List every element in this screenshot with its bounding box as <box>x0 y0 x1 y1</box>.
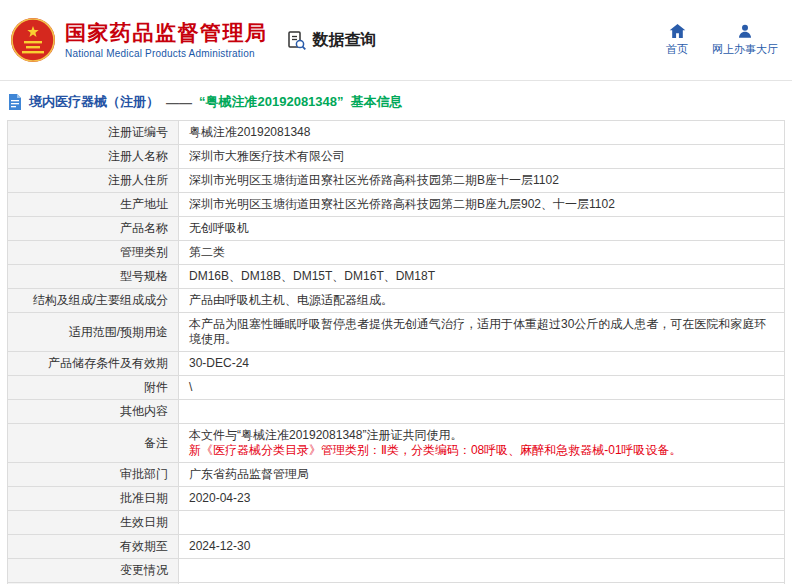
row-value-text: DM16B、DM18B、DM15T、DM16T、DM18T <box>189 269 774 284</box>
row-label: 附件 <box>8 376 179 400</box>
row-value <box>179 511 785 535</box>
row-value <box>179 400 785 424</box>
row-value-text: 深圳市大雅医疗技术有限公司 <box>189 149 774 164</box>
row-value: 2024-12-30 <box>179 535 785 559</box>
nav-service-hall-label: 网上办事大厅 <box>712 42 778 57</box>
row-label: 注册证编号 <box>8 121 179 145</box>
table-row: 注册人名称深圳市大雅医疗技术有限公司 <box>8 145 785 169</box>
row-value-remark: 新《医疗器械分类目录》管理类别：Ⅱ类，分类编码：08呼吸、麻醉和急救器械-01呼… <box>189 443 774 458</box>
table-row: 管理类别第二类 <box>8 241 785 265</box>
row-label: 生产地址 <box>8 193 179 217</box>
row-value-text <box>189 563 774 578</box>
nav-home-label: 首页 <box>666 42 688 57</box>
row-label: 生效日期 <box>8 511 179 535</box>
table-row: 有效期至2024-12-30 <box>8 535 785 559</box>
row-label: 注册人名称 <box>8 145 179 169</box>
user-icon <box>737 23 753 39</box>
row-value: 深圳市光明区玉塘街道田寮社区光侨路高科技园第二期B座十一层1102 <box>179 169 785 193</box>
row-value-text: 深圳市光明区玉塘街道田寮社区光侨路高科技园第二期B座九层902、十一层1102 <box>189 197 774 212</box>
row-value: 无创呼吸机 <box>179 217 785 241</box>
table-row: 生产地址深圳市光明区玉塘街道田寮社区光侨路高科技园第二期B座九层902、十一层1… <box>8 193 785 217</box>
row-value: 本产品为阻塞性睡眠呼吸暂停患者提供无创通气治疗，适用于体重超过30公斤的成人患者… <box>179 313 785 352</box>
row-label: 其他内容 <box>8 400 179 424</box>
row-label: 备注 <box>8 424 179 463</box>
national-emblem-icon <box>10 17 56 63</box>
brand-text: 国家药品监督管理局 National Medical Products Admi… <box>65 21 268 59</box>
table-row: 注册人住所深圳市光明区玉塘街道田寮社区光侨路高科技园第二期B座十一层1102 <box>8 169 785 193</box>
row-label: 型号规格 <box>8 265 179 289</box>
row-value: 深圳市大雅医疗技术有限公司 <box>179 145 785 169</box>
org-name-en: National Medical Products Administration <box>65 48 268 59</box>
row-value-text: 深圳市光明区玉塘街道田寮社区光侨路高科技园第二期B座十一层1102 <box>189 173 774 188</box>
row-value: 第二类 <box>179 241 785 265</box>
row-value: 粤械注准20192081348 <box>179 121 785 145</box>
row-value-text: 广东省药品监督管理局 <box>189 467 774 482</box>
title-registration-number: “粤械注准20192081348” <box>199 93 344 111</box>
row-label: 注册人住所 <box>8 169 179 193</box>
row-label: 结构及组成/主要组成成分 <box>8 289 179 313</box>
row-value: 产品由呼吸机主机、电源适配器组成。 <box>179 289 785 313</box>
row-value-text: 30-DEC-24 <box>189 356 774 371</box>
table-row: 型号规格DM16B、DM18B、DM15T、DM16T、DM18T <box>8 265 785 289</box>
row-label: 批准日期 <box>8 487 179 511</box>
table-row: 产品名称无创呼吸机 <box>8 217 785 241</box>
row-label: 审批部门 <box>8 463 179 487</box>
document-icon <box>8 94 22 110</box>
row-value-text: 2020-04-23 <box>189 491 774 506</box>
row-value: 广东省药品监督管理局 <box>179 463 785 487</box>
row-label: 产品储存条件及有效期 <box>8 352 179 376</box>
row-value: DM16B、DM18B、DM15T、DM16T、DM18T <box>179 265 785 289</box>
row-value: \ <box>179 376 785 400</box>
nav-data-query-label: 数据查询 <box>313 30 377 51</box>
title-separator: —— <box>166 95 192 110</box>
row-value-text <box>189 404 774 419</box>
row-value <box>179 559 785 583</box>
row-value-text: 产品由呼吸机主机、电源适配器组成。 <box>189 293 774 308</box>
row-value: 本文件与“粤械注准20192081348”注册证共同使用。新《医疗器械分类目录》… <box>179 424 785 463</box>
title-suffix: 基本信息 <box>351 93 403 111</box>
table-row: 其他内容 <box>8 400 785 424</box>
document-magnifier-icon <box>286 30 307 51</box>
row-value-text: 第二类 <box>189 245 774 260</box>
row-label: 有效期至 <box>8 535 179 559</box>
top-links: 首页 网上办事大厅 <box>666 23 778 57</box>
row-label: 管理类别 <box>8 241 179 265</box>
row-value-text: 本产品为阻塞性睡眠呼吸暂停患者提供无创通气治疗，适用于体重超过30公斤的成人患者… <box>189 317 774 347</box>
brand-logo[interactable]: 国家药品监督管理局 National Medical Products Admi… <box>10 17 268 63</box>
row-value-text: \ <box>189 380 774 395</box>
row-label: 产品名称 <box>8 217 179 241</box>
nav-service-hall[interactable]: 网上办事大厅 <box>712 23 778 57</box>
row-value-text: 本文件与“粤械注准20192081348”注册证共同使用。 <box>189 428 774 443</box>
site-header: 国家药品监督管理局 National Medical Products Admi… <box>0 0 792 81</box>
nav-home[interactable]: 首页 <box>666 23 688 57</box>
row-value-text: 无创呼吸机 <box>189 221 774 236</box>
title-category: 境内医疗器械（注册） <box>29 93 159 111</box>
row-value-text <box>189 515 774 530</box>
row-value-text: 粤械注准20192081348 <box>189 125 774 140</box>
table-row: 注册证编号粤械注准20192081348 <box>8 121 785 145</box>
info-table: 注册证编号粤械注准20192081348注册人名称深圳市大雅医疗技术有限公司注册… <box>7 120 785 584</box>
row-value: 30-DEC-24 <box>179 352 785 376</box>
table-row: 生效日期 <box>8 511 785 535</box>
row-value: 2020-04-23 <box>179 487 785 511</box>
row-label: 变更情况 <box>8 559 179 583</box>
table-row: 备注本文件与“粤械注准20192081348”注册证共同使用。新《医疗器械分类目… <box>8 424 785 463</box>
info-table-body: 注册证编号粤械注准20192081348注册人名称深圳市大雅医疗技术有限公司注册… <box>8 121 785 584</box>
table-row: 适用范围/预期用途本产品为阻塞性睡眠呼吸暂停患者提供无创通气治疗，适用于体重超过… <box>8 313 785 352</box>
table-row: 结构及组成/主要组成成分产品由呼吸机主机、电源适配器组成。 <box>8 289 785 313</box>
org-name: 国家药品监督管理局 <box>65 21 268 45</box>
table-row: 变更情况 <box>8 559 785 583</box>
table-row: 审批部门广东省药品监督管理局 <box>8 463 785 487</box>
page-title: 境内医疗器械（注册） —— “粤械注准20192081348” 基本信息 <box>0 81 792 118</box>
table-row: 批准日期2020-04-23 <box>8 487 785 511</box>
table-row: 附件\ <box>8 376 785 400</box>
row-label: 适用范围/预期用途 <box>8 313 179 352</box>
row-value: 深圳市光明区玉塘街道田寮社区光侨路高科技园第二期B座九层902、十一层1102 <box>179 193 785 217</box>
home-icon <box>669 23 686 39</box>
row-value-text: 2024-12-30 <box>189 539 774 554</box>
nav-data-query[interactable]: 数据查询 <box>286 30 377 51</box>
table-row: 产品储存条件及有效期30-DEC-24 <box>8 352 785 376</box>
